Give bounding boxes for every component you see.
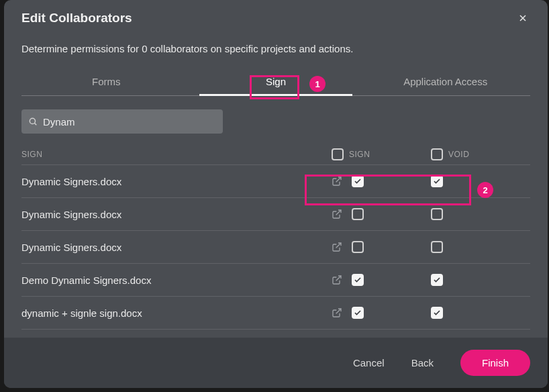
- table-row: Dynamic Signers.docx: [21, 165, 530, 198]
- void-cell: [431, 241, 530, 253]
- tab-application-access[interactable]: Application Access: [360, 69, 530, 95]
- document-name: Dynamic Signers.docx: [21, 176, 332, 187]
- modal-footer: Cancel Back Finish: [4, 338, 548, 388]
- document-name: Dynamic Signers.docx: [21, 242, 332, 253]
- void-checkbox[interactable]: [431, 307, 443, 319]
- void-cell: [431, 208, 530, 220]
- sign-checkbox[interactable]: [352, 208, 364, 220]
- tabs: Forms Sign Application Access: [21, 69, 530, 96]
- void-cell: [431, 274, 530, 286]
- table-row: Dynamic Signers.docx: [21, 231, 530, 264]
- document-name: Demo Dynamic Signers.docx: [21, 275, 332, 286]
- select-all-sign-checkbox[interactable]: [332, 148, 344, 160]
- sign-cell: [332, 274, 431, 286]
- sign-cell: [332, 208, 431, 220]
- finish-button[interactable]: Finish: [460, 350, 530, 376]
- open-external-icon: [332, 242, 342, 252]
- sign-cell: [332, 307, 431, 319]
- select-all-void-checkbox[interactable]: [431, 148, 443, 160]
- document-name: Dynamic Signers.docx: [21, 209, 332, 220]
- modal-header: Edit Collaborators: [4, 0, 548, 30]
- table-row: dynamic + signle sign.docx: [21, 297, 530, 330]
- void-checkbox[interactable]: [431, 175, 443, 187]
- close-icon: [517, 13, 528, 23]
- sign-checkbox[interactable]: [352, 175, 364, 187]
- search-icon: [28, 117, 38, 126]
- column-header-name: SIGN: [21, 150, 332, 159]
- column-header-void: VOID: [431, 148, 530, 160]
- void-cell: [431, 175, 530, 187]
- table-header: SIGN SIGN VOID: [21, 144, 530, 165]
- sign-cell: [332, 241, 431, 253]
- cancel-button[interactable]: Cancel: [353, 357, 385, 369]
- modal-title: Edit Collaborators: [21, 11, 132, 26]
- search-box: [21, 109, 223, 134]
- tab-sign[interactable]: Sign: [191, 69, 361, 95]
- open-external-icon: [332, 275, 342, 285]
- void-checkbox[interactable]: [431, 208, 443, 220]
- column-header-sign-label: SIGN: [349, 150, 370, 159]
- documents-table: SIGN SIGN VOID Dynamic Signers.docxDynam…: [21, 144, 530, 338]
- void-checkbox[interactable]: [431, 241, 443, 253]
- close-button[interactable]: [514, 9, 532, 27]
- column-header-void-label: VOID: [448, 150, 469, 159]
- table-row: Demo Dynamic Signers.docx: [21, 264, 530, 297]
- sign-checkbox[interactable]: [352, 274, 364, 286]
- tab-forms[interactable]: Forms: [21, 69, 191, 95]
- sign-checkbox[interactable]: [352, 241, 364, 253]
- sign-checkbox[interactable]: [352, 307, 364, 319]
- modal-description: Determine permissions for 0 collaborator…: [21, 43, 530, 54]
- open-external-icon: [332, 176, 342, 187]
- void-checkbox[interactable]: [431, 274, 443, 286]
- open-external-icon: [332, 209, 342, 219]
- sign-cell: [332, 175, 431, 187]
- document-name: dynamic + signle sign.docx: [21, 307, 332, 319]
- void-cell: [431, 307, 530, 319]
- edit-collaborators-modal: Edit Collaborators Determine permissions…: [4, 0, 548, 388]
- search-container: [21, 109, 530, 134]
- search-input[interactable]: [43, 116, 216, 128]
- svg-point-0: [30, 118, 35, 124]
- modal-body: Determine permissions for 0 collaborator…: [4, 30, 548, 338]
- open-external-icon: [332, 307, 342, 318]
- back-button[interactable]: Back: [411, 357, 434, 369]
- table-row: Dynamic Signers.docx: [21, 198, 530, 231]
- column-header-sign: SIGN: [332, 148, 431, 160]
